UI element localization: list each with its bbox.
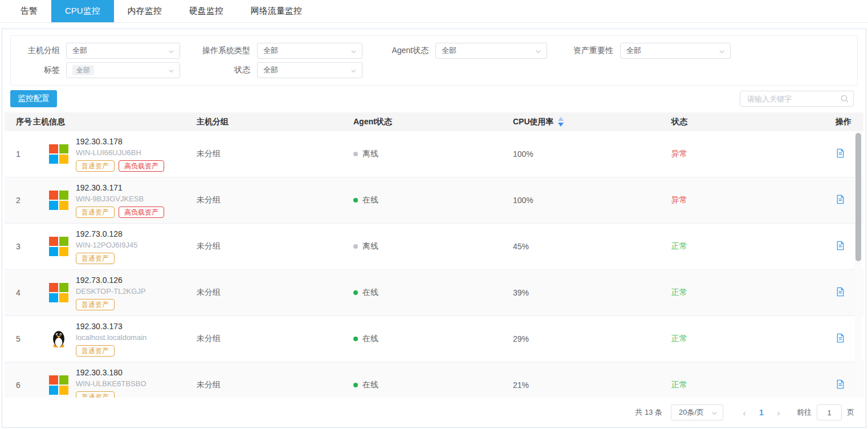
host-tags: 普通资产 (76, 299, 146, 310)
host-tags: 普通资产 (76, 391, 146, 398)
status-text: 异常 (671, 149, 687, 158)
detail-document-icon[interactable] (836, 241, 845, 250)
filter-row-1: 主机分组 全部 操作系统类型 全部 Agent状态 全部 (28, 42, 857, 59)
detail-document-icon[interactable] (836, 287, 845, 297)
select-value: 20条/页 (679, 407, 704, 418)
detail-document-icon[interactable] (836, 148, 845, 158)
host-text: 192.73.0.128 WIN-12POJ6I9J45 普通资产 (76, 229, 137, 264)
chevron-down-icon (351, 68, 357, 74)
table-body: 1 192.30.3.178 WIN-LUI66UJU6BH 普通资产高负载资产… (5, 131, 863, 398)
select-value: 全部 (442, 46, 457, 56)
table-scrollbar-track[interactable] (855, 131, 862, 398)
pagination-bar: 共 13 条 20条/页 ‹ 1 › 前往 页 (2, 398, 866, 427)
agent-status-cell: 在线 (353, 334, 513, 344)
row-index: 3 (16, 242, 33, 251)
search-icon[interactable] (840, 94, 849, 103)
agent-status-dot (353, 198, 358, 203)
search-input[interactable] (740, 91, 854, 107)
filter-row-2: 标签 全部 状态 全部 (28, 62, 857, 79)
filter-asset-importance: 资产重要性 全部 (573, 43, 731, 59)
tab-alarm[interactable]: 告警 (7, 0, 51, 22)
asset-importance-select[interactable]: 全部 (620, 43, 731, 59)
filter-label: 标签 (28, 65, 60, 75)
filter-label: 主机分组 (28, 46, 60, 56)
host-ip: 192.30.3.178 (76, 137, 164, 146)
top-tabbar: 告警 CPU监控 内存监控 硬盘监控 网络流量监控 (0, 0, 868, 23)
row-index: 6 (16, 381, 33, 390)
chevron-down-icon (711, 410, 718, 416)
status-cell: 异常 (671, 149, 836, 159)
tab-cpu-monitor[interactable]: CPU监控 (51, 0, 114, 22)
agent-status-text: 离线 (362, 241, 378, 250)
agent-status-cell: 在线 (353, 380, 513, 390)
host-ip: 192.73.0.128 (76, 229, 137, 238)
cpu-sort-icon[interactable] (558, 117, 564, 127)
select-value: 全部 (263, 46, 278, 56)
agent-status-dot (353, 152, 358, 156)
col-header-action: 操作 (836, 117, 863, 127)
os-type-select[interactable]: 全部 (257, 43, 362, 59)
filter-label: 状态 (202, 65, 250, 75)
status-cell: 异常 (671, 195, 836, 205)
host-info-cell: 192.30.3.173 localhost.localdomain 普通资产 (33, 322, 197, 357)
page-size-select[interactable]: 20条/页 (671, 404, 723, 420)
tab-label: 内存监控 (128, 6, 162, 17)
host-info-cell: 192.73.0.126 DESKTOP-TL2KGJP 普通资产 (33, 276, 197, 310)
pager: ‹ 1 › (736, 408, 787, 418)
windows-logo-icon (49, 191, 68, 210)
page-number-current[interactable]: 1 (753, 408, 770, 417)
asset-tag: 高负载资产 (119, 207, 164, 218)
cpu-usage-cell: 45% (513, 242, 671, 251)
tab-disk-monitor[interactable]: 硬盘监控 (176, 0, 237, 22)
detail-document-icon[interactable] (836, 195, 845, 204)
tab-label: 告警 (21, 6, 38, 17)
host-tags: 普通资产 (76, 253, 137, 264)
host-name: DESKTOP-TL2KGJP (76, 287, 146, 296)
host-ip: 192.30.3.171 (76, 183, 164, 192)
status-cell: 正常 (671, 288, 836, 298)
tags-select[interactable]: 全部 (66, 62, 180, 78)
agent-status-cell: 离线 (353, 149, 513, 159)
asset-tag: 普通资产 (76, 207, 115, 218)
goto-page-input[interactable] (817, 404, 842, 420)
detail-document-icon[interactable] (836, 379, 845, 389)
select-value: 全部 (626, 46, 641, 56)
agent-status-dot (353, 383, 358, 387)
col-header-group: 主机分组 (197, 117, 353, 127)
agent-status-cell: 离线 (353, 241, 513, 252)
row-index: 4 (16, 288, 33, 297)
tab-network-monitor[interactable]: 网络流量监控 (237, 0, 316, 22)
next-page-button[interactable]: › (770, 408, 787, 418)
windows-logo-icon (49, 283, 68, 302)
filter-agent-status: Agent状态 全部 (384, 43, 547, 59)
table-scrollbar-thumb[interactable] (855, 133, 861, 261)
host-group-cell: 未分组 (197, 380, 353, 390)
agent-status-dot (353, 244, 358, 249)
prev-page-button[interactable]: ‹ (736, 408, 753, 418)
table-row: 4 192.73.0.126 DESKTOP-TL2KGJP 普通资产 未分组 … (5, 270, 863, 316)
filter-label: 资产重要性 (573, 46, 613, 56)
cpu-usage-cell: 29% (513, 334, 671, 343)
detail-document-icon[interactable] (836, 333, 845, 343)
status-text: 正常 (671, 380, 687, 389)
agent-status-text: 在线 (362, 195, 378, 204)
agent-status-select[interactable]: 全部 (435, 43, 547, 59)
agent-status-text: 在线 (362, 380, 378, 389)
row-index: 2 (16, 196, 33, 205)
host-group-select[interactable]: 全部 (66, 43, 180, 59)
monitor-config-button[interactable]: 监控配置 (10, 90, 57, 107)
host-group-cell: 未分组 (197, 195, 353, 205)
chevron-down-icon (719, 48, 725, 55)
filter-label: Agent状态 (384, 46, 429, 56)
host-info-cell: 192.73.0.128 WIN-12POJ6I9J45 普通资产 (33, 229, 197, 264)
col-header-agent: Agent状态 (353, 117, 513, 127)
host-ip: 192.30.3.173 (76, 322, 146, 331)
host-tags: 普通资产 (76, 345, 146, 357)
content-frame: 主机分组 全部 操作系统类型 全部 Agent状态 全部 (2, 29, 866, 428)
status-select[interactable]: 全部 (257, 62, 362, 78)
sort-asc-icon[interactable] (558, 117, 564, 121)
tab-memory-monitor[interactable]: 内存监控 (114, 0, 176, 22)
agent-status-cell: 在线 (353, 195, 513, 205)
windows-logo-icon (49, 237, 68, 256)
sort-desc-icon[interactable] (558, 123, 564, 127)
